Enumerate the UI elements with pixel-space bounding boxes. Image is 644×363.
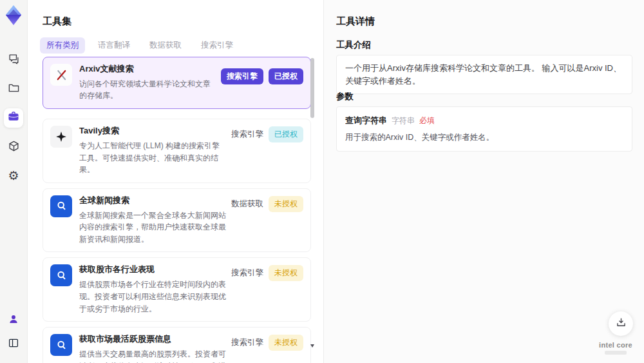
category-tabs: 所有类别语言翻译数据获取搜索引擎 — [40, 37, 240, 54]
arxiv-icon — [50, 64, 72, 86]
toolbox-icon — [7, 110, 20, 126]
panel-icon — [8, 337, 19, 351]
tool-description: 提供当天交易量最高的股票列表。投资者可以利用这些信息来识别流动性强的股票和潜在的… — [79, 348, 226, 363]
intro-card: 一个用于从Arxiv存储库搜索科学论文和文章的工具。 输入可以是Arxiv ID… — [336, 55, 632, 94]
rail-item-cube[interactable] — [4, 137, 23, 157]
rail-item-folder[interactable] — [4, 79, 23, 99]
download-button[interactable] — [609, 311, 633, 336]
tab-2[interactable]: 数据获取 — [143, 37, 188, 54]
tool-badges: 搜索引擎 已授权 — [231, 126, 303, 142]
tool-auth-badge: 未授权 — [269, 265, 303, 281]
chat-icon — [8, 53, 20, 68]
tool-list-item[interactable]: 获取市场最活跃股票信息 提供当天交易量最高的股票列表。投资者可以利用这些信息来识… — [43, 327, 311, 363]
tool-title: 获取市场最活跃股票信息 — [79, 334, 226, 345]
param-name: 查询字符串 — [345, 115, 387, 126]
tool-title: 全球新闻搜索 — [79, 195, 226, 206]
tool-list-item[interactable]: Tavily搜索 专为人工智能代理 (LLM) 构建的搜索引擎工具。可快速提供实… — [43, 119, 311, 183]
tool-badges: 搜索引擎 未授权 — [231, 265, 303, 281]
intel-core-logo: intel core — [596, 341, 636, 355]
scrollbar-thumb[interactable] — [310, 58, 314, 118]
params-heading: 参数 — [336, 91, 354, 103]
search-blue-icon — [50, 195, 72, 217]
scrollbar[interactable] — [310, 57, 314, 358]
tool-list-item[interactable]: 获取股市各行业表现 提供股票市场各个行业在特定时间段内的表现。投资者可以利用这些… — [43, 257, 311, 322]
tool-description: 提供股票市场各个行业在特定时间段内的表现。投资者可以利用这些信息来识别表现优于或… — [79, 279, 226, 315]
rail-item-settings[interactable]: ⚙ — [4, 166, 23, 186]
tool-auth-badge: 未授权 — [269, 196, 303, 212]
scroll-down-icon[interactable] — [310, 344, 314, 348]
search-blue-icon — [50, 264, 72, 286]
tool-description: 专为人工智能代理 (LLM) 构建的搜索引擎工具。可快速提供实时、准确和真实的结… — [79, 140, 226, 176]
tool-auth-badge: 已授权 — [269, 126, 303, 142]
rail-bottom — [4, 311, 23, 354]
search-blue-icon — [50, 334, 72, 356]
param-type: 字符串 — [392, 115, 415, 126]
tool-category-badge: 搜索引擎 — [221, 68, 263, 84]
tool-list: Arxiv文献搜索 访问各个研究领域大量科学论文和文章的存储库。 搜索引擎 已授… — [43, 57, 311, 363]
param-description: 用于搜索的Arxiv ID、关键字或作者姓名。 — [345, 132, 623, 143]
tavily-icon — [50, 126, 72, 148]
tab-0[interactable]: 所有类别 — [40, 37, 85, 54]
left-rail: ⚙ — [0, 0, 28, 363]
tool-list-panel: 工具集 所有类别语言翻译数据获取搜索引擎 Arxiv文献搜索 访问各个研究领域大… — [28, 0, 323, 363]
rail-item-user[interactable] — [4, 311, 23, 330]
tool-auth-badge: 已授权 — [269, 68, 303, 84]
page-title: 工具集 — [43, 15, 71, 28]
intel-core-logo-text: intel core — [596, 341, 636, 349]
rail-item-toolbox[interactable] — [4, 108, 23, 128]
tool-badges: 搜索引擎 已授权 — [221, 68, 303, 84]
tool-title: Tavily搜索 — [79, 126, 226, 137]
tool-badges: 搜索引擎 未授权 — [231, 335, 303, 351]
intel-ultra-badge — [605, 351, 627, 355]
settings-icon: ⚙ — [8, 170, 19, 182]
param-card: 查询字符串 字符串 必填 用于搜索的Arxiv ID、关键字或作者姓名。 — [336, 106, 632, 152]
cube-icon — [8, 140, 20, 155]
user-icon — [8, 313, 19, 328]
tool-description: 全球新闻搜索是一个聚合全球各大新闻网站内容的搜索引擎，帮助用户快速获取全球最新资… — [79, 210, 226, 246]
rail-item-panel[interactable] — [4, 335, 23, 354]
tool-auth-badge: 未授权 — [269, 335, 303, 351]
tool-description: 访问各个研究领域大量科学论文和文章的存储库。 — [79, 78, 216, 102]
tool-list-item[interactable]: 全球新闻搜索 全球新闻搜索是一个聚合全球各大新闻网站内容的搜索引擎，帮助用户快速… — [43, 188, 311, 253]
tab-3[interactable]: 搜索引擎 — [194, 37, 240, 54]
app-logo-icon — [4, 5, 23, 26]
tool-category-badge: 数据获取 — [231, 199, 263, 210]
tool-category-badge: 搜索引擎 — [231, 337, 263, 348]
tool-title: Arxiv文献搜索 — [79, 64, 216, 75]
detail-title: 工具详情 — [336, 15, 375, 28]
rail-nav: ⚙ — [4, 50, 23, 186]
tool-category-badge: 搜索引擎 — [231, 129, 263, 140]
tool-category-badge: 搜索引擎 — [231, 268, 263, 279]
folder-icon — [8, 82, 20, 97]
tool-list-item[interactable]: Arxiv文献搜索 访问各个研究领域大量科学论文和文章的存储库。 搜索引擎 已授… — [43, 57, 311, 109]
tool-badges: 数据获取 未授权 — [231, 196, 303, 212]
tab-1[interactable]: 语言翻译 — [91, 37, 137, 54]
intro-text: 一个用于从Arxiv存储库搜索科学论文和文章的工具。 输入可以是Arxiv ID… — [345, 63, 621, 86]
param-required-badge: 必填 — [419, 115, 435, 126]
rail-item-chat[interactable] — [4, 50, 23, 70]
tool-title: 获取股市各行业表现 — [79, 264, 226, 275]
download-icon — [615, 317, 627, 331]
tool-detail-panel: 工具详情 工具介绍 一个用于从Arxiv存储库搜索科学论文和文章的工具。 输入可… — [323, 0, 644, 363]
intro-heading: 工具介绍 — [336, 39, 371, 51]
